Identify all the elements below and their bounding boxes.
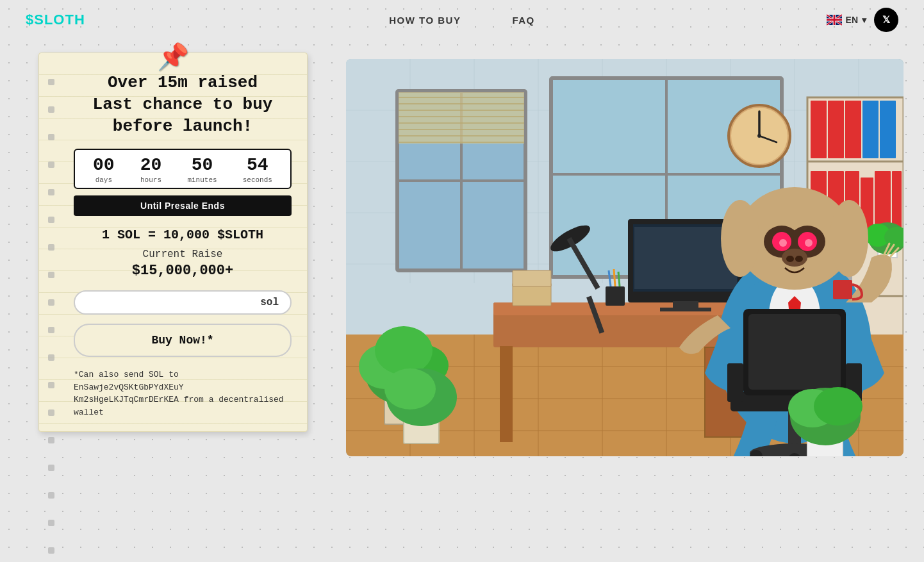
svg-point-108 [779, 239, 787, 247]
title-line3: before launch! [113, 117, 252, 136]
lang-label: EN [846, 15, 858, 25]
sol-input[interactable] [87, 297, 260, 308]
bullet-hole [48, 547, 54, 554]
navbar: $SLOTH HOW TO BUY FAQ EN ▾ 𝕏 [0, 0, 924, 40]
minutes-value: 50 [192, 156, 213, 174]
notepad-title: Over 15m raised Last chance to buy befor… [74, 72, 292, 137]
bullet-hole [48, 409, 54, 416]
sol-input-wrapper[interactable]: sol [74, 290, 292, 315]
seconds-value: 54 [247, 156, 268, 174]
uk-flag-icon [827, 14, 842, 26]
bullet-hole [48, 106, 54, 113]
notepad-card: 📌 Over 15m raised Las [38, 53, 308, 432]
twitter-link[interactable]: 𝕏 [874, 8, 898, 32]
countdown-seconds: 54 seconds [243, 156, 272, 184]
hours-label: hours [140, 176, 161, 184]
logo[interactable]: $SLOTH [26, 12, 85, 28]
svg-rect-44 [875, 171, 891, 229]
current-raise-label: Current Raise [74, 249, 292, 260]
svg-rect-69 [500, 346, 513, 442]
bullet-hole [48, 189, 54, 195]
language-selector[interactable]: EN ▾ [827, 14, 866, 26]
svg-rect-136 [833, 280, 852, 299]
minutes-label: minutes [187, 176, 217, 184]
main-content: 📌 Over 15m raised Las [0, 40, 924, 482]
svg-rect-83 [606, 286, 625, 306]
bullet-hole [48, 520, 54, 526]
faq-link[interactable]: FAQ [512, 15, 534, 26]
nav-right: EN ▾ 𝕏 [827, 8, 898, 32]
sloth-image-container [346, 59, 903, 456]
svg-rect-129 [748, 314, 841, 390]
footnote-text: *Can also send SOL to EnSawje2vQSKtGbPYd… [74, 368, 292, 418]
svg-rect-130 [727, 363, 743, 402]
svg-rect-38 [862, 101, 879, 158]
countdown-days: 00 days [93, 156, 115, 184]
raise-amount: $15,000,000+ [74, 263, 292, 279]
bullet-hole [48, 465, 54, 471]
svg-point-110 [782, 249, 807, 267]
svg-rect-35 [811, 101, 827, 158]
hours-value: 20 [140, 156, 162, 174]
bullet-hole [48, 492, 54, 499]
countdown-hours: 20 hours [140, 156, 162, 184]
buy-now-button[interactable]: Buy Now!* [74, 324, 292, 357]
sloth-office-image [346, 59, 903, 456]
how-to-buy-link[interactable]: HOW TO BUY [389, 15, 461, 26]
days-label: days [95, 176, 112, 184]
bullet-hole [48, 272, 54, 278]
bullet-hole [48, 217, 54, 223]
days-value: 00 [93, 156, 115, 174]
svg-line-85 [614, 269, 615, 286]
svg-line-86 [618, 272, 620, 286]
bullet-hole [48, 244, 54, 251]
svg-point-109 [805, 239, 813, 247]
svg-point-111 [786, 256, 794, 262]
twitter-icon: 𝕏 [882, 14, 890, 26]
bullet-hole [48, 382, 54, 388]
nav-links: HOW TO BUY FAQ [389, 15, 535, 26]
svg-point-91 [375, 326, 433, 375]
svg-rect-36 [828, 101, 844, 158]
svg-rect-39 [880, 101, 896, 158]
svg-rect-80 [513, 270, 551, 286]
bullet-holes [48, 79, 54, 554]
bullet-hole [48, 79, 54, 85]
bullet-hole [48, 437, 54, 443]
bullet-hole [48, 134, 54, 140]
svg-point-112 [795, 256, 803, 262]
title-line1: Over 15m raised [108, 73, 258, 92]
bullet-hole [48, 354, 54, 361]
bullet-hole [48, 327, 54, 333]
pin-decoration: 📌 [157, 42, 189, 72]
sol-suffix-label: sol [260, 297, 279, 308]
bullet-hole [48, 161, 54, 168]
svg-point-114 [830, 200, 868, 277]
title-line2: Last chance to buy [93, 95, 273, 114]
svg-rect-37 [845, 101, 861, 158]
countdown-timer: 00 days 20 hours 50 minutes 54 seconds [74, 149, 292, 189]
svg-point-135 [814, 387, 862, 426]
seconds-label: seconds [243, 176, 272, 184]
countdown-minutes: 50 minutes [187, 156, 217, 184]
svg-point-113 [721, 200, 759, 277]
until-presale-label: Until Presale Ends [74, 195, 292, 216]
exchange-rate: 1 SOL = 10,000 $SLOTH [74, 227, 292, 242]
bullet-hole [48, 299, 54, 306]
notepad-inner: Over 15m raised Last chance to buy befor… [54, 72, 292, 418]
svg-point-94 [384, 368, 436, 409]
svg-rect-45 [892, 171, 902, 229]
chevron-down-icon: ▾ [862, 15, 866, 25]
svg-rect-74 [660, 308, 711, 311]
